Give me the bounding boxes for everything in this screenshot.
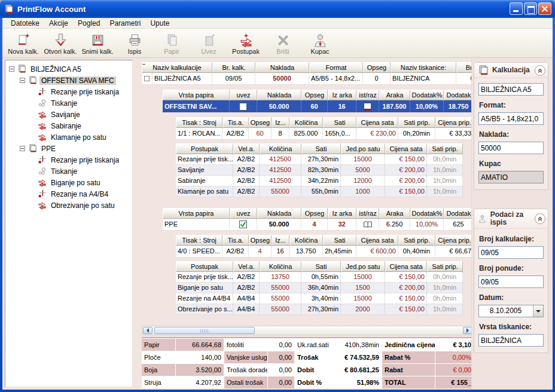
app-icon — [4, 4, 14, 14]
podaci-group: Podaci za ispis Broj kalkulacije: Broj p… — [474, 209, 548, 353]
cost-summary: Papir 66.664,68 fotoliti 0,00 Uk.rad.sat… — [142, 337, 474, 388]
tree-item-process[interactable]: Rezanje na A4/B4 — [5, 188, 132, 200]
process-row[interactable]: Obrezivanje po s... A4/B4 55000 27h,30mi… — [176, 304, 463, 315]
save-floppy-icon — [90, 33, 105, 48]
process-row[interactable]: Biganje po satu A2/B2 55000 36h,40min 15… — [176, 283, 463, 293]
column-header: Sati prip. — [427, 261, 463, 272]
print-button[interactable]: Ispis — [116, 30, 153, 56]
tree-collapse-icon[interactable] — [9, 66, 14, 72]
cell: 50000 — [255, 73, 309, 85]
button-label: Snimi kalk. — [81, 48, 113, 55]
tree-item-process[interactable]: Klamanje po satu — [5, 131, 132, 143]
menu-item[interactable]: Parametri — [105, 19, 145, 28]
naklada-field[interactable] — [478, 142, 544, 154]
tree-collapse-icon[interactable] — [20, 146, 25, 151]
menu-item[interactable]: Pogled — [73, 19, 105, 28]
summary-value: 4.207,92 — [176, 376, 224, 388]
tree-item-process[interactable]: Savijanje — [5, 109, 132, 120]
paper-row[interactable]: PPE 50.000 4 32 6.2 — [163, 219, 474, 231]
tree-item-process[interactable]: Rezanje prije tiskanja — [5, 154, 132, 166]
column-header: Sati — [323, 117, 356, 128]
process-button[interactable]: Postupak — [227, 30, 264, 56]
row-expander[interactable] — [142, 73, 153, 85]
column-header: Cijena sata — [385, 143, 427, 154]
summary-label: fotoliti — [224, 339, 267, 351]
tree-item-process[interactable]: Tiskanje — [5, 97, 132, 109]
binding-checkbox-checked[interactable] — [239, 220, 247, 228]
tree-item-process[interactable]: Tiskanje — [5, 166, 132, 177]
tree-item-process[interactable]: Biganje po satu — [5, 177, 132, 188]
maximize-button[interactable] — [524, 2, 537, 15]
save-calc-button[interactable]: Snimi kalk. — [79, 30, 116, 56]
process-row[interactable]: Rezanje prije tisk... A2/B2 412500 27h,3… — [176, 154, 463, 165]
cell: 412500 — [260, 154, 301, 165]
process-row[interactable]: Rezanje prije tisk... A2/B2 13750 0h,55m… — [176, 272, 463, 283]
column-header: Dodatak — [444, 90, 474, 100]
summary-value: € 0,00 — [435, 364, 474, 376]
tree-item-process[interactable]: Sabiranje — [5, 120, 132, 131]
menu-item[interactable]: Datoteke — [6, 19, 44, 28]
broj-kalkulacije-field[interactable] — [478, 246, 544, 259]
kupac-field[interactable] — [478, 171, 544, 183]
new-calc-button[interactable]: Nova kalk. — [5, 30, 42, 56]
tree-item-paper-group[interactable]: OFFSETNI SAVA MFC — [5, 75, 132, 86]
chevron-down-icon[interactable] — [533, 305, 543, 317]
collapse-chevron-button[interactable] — [535, 65, 545, 76]
window-title: PrintFlow Account — [17, 5, 86, 14]
tree-item-process[interactable]: Rezanje prije tiskanja — [5, 86, 132, 97]
press-row[interactable]: 1/1 : ROLAN... A2/B2 60 8 825.000 165h,0… — [176, 128, 474, 140]
menu-item[interactable]: Upute — [145, 19, 174, 28]
cell: 34h,22min — [301, 176, 341, 186]
column-header: Naklada — [255, 62, 309, 73]
cell: 0h,55min — [301, 272, 341, 283]
horizontal-scrollbar[interactable] — [142, 326, 474, 335]
process-row[interactable]: Rezanje na A4/B4 A4/B4 55000 3h,40min 15… — [176, 293, 463, 304]
press-row[interactable]: 4/0 : SPEED... A2/B2 4 16 13.750 2h,45mi… — [176, 246, 474, 258]
binding-checkbox[interactable] — [239, 103, 247, 111]
cell: € 200,00 — [385, 176, 427, 186]
close-button[interactable] — [538, 2, 551, 15]
press-header: Tisak : StrojTis.a.OpsegIz...KoličinaSat… — [176, 117, 474, 128]
tree-item-process[interactable]: Obrezivanje po satu — [5, 200, 132, 211]
process-row[interactable]: Klamanje po satu A2/B2 55000 55h,0min 10… — [176, 186, 463, 197]
column-header: Vel.a. — [233, 143, 260, 154]
kalkulacija-body: Format: Naklada: Kupac — [474, 78, 548, 189]
istraz-checkbox[interactable] — [364, 103, 371, 111]
open-calc-button[interactable]: Otvori kalk. — [42, 30, 79, 56]
process-table-2: PostupakVel.a.KoličinaSatiJed.po satuCij… — [176, 261, 463, 315]
tree-item-paper-group[interactable]: PPE — [5, 143, 132, 154]
menu-item[interactable]: Akcije — [44, 19, 73, 28]
cell — [356, 219, 379, 231]
calc-name-field[interactable] — [478, 83, 544, 96]
column-header: Postupak — [176, 143, 233, 154]
customer-button[interactable]: Kupac — [301, 30, 339, 56]
cell: A2/B2 — [233, 283, 260, 293]
process-row[interactable]: Savijanje A2/B2 412500 82h,30min 5000 € … — [176, 165, 463, 176]
vrsta-tiskanice-field[interactable] — [478, 334, 544, 347]
cell — [230, 100, 257, 112]
paper-row-selected[interactable]: OFFSETNI SAV... 50.000 60 16 187.500 10,… — [163, 100, 474, 112]
tree-collapse-icon[interactable] — [20, 78, 25, 83]
minimize-button[interactable] — [510, 2, 523, 15]
column-header: Sati — [323, 235, 356, 246]
column-header: Sati prip. — [398, 117, 435, 128]
column-header: Dodatak — [444, 208, 474, 219]
datum-dropdown[interactable]: 8.10.2005 — [478, 305, 544, 317]
cell: € 33,33 — [435, 128, 474, 140]
cell: € 600,00 — [356, 246, 398, 258]
cell: 27h,30min — [301, 304, 341, 315]
broj-ponude-field[interactable] — [478, 275, 544, 288]
scrollbar-thumb[interactable] — [154, 327, 255, 334]
cell: 55000 — [260, 186, 301, 197]
format-field[interactable] — [478, 112, 544, 125]
scroll-left-arrow[interactable] — [143, 327, 153, 334]
tree-item-root[interactable]: BILJEŽNICA A5 — [5, 63, 132, 75]
collapse-chevron-button[interactable] — [535, 213, 545, 224]
collapse-icon[interactable] — [144, 76, 150, 81]
master-row[interactable]: BILJEŽNICA A5 09/05 50000 A5/B5 - 14,8x2… — [142, 73, 474, 85]
delete-button: Briši — [264, 30, 301, 56]
cell: Rezanje prije tisk... — [176, 272, 233, 283]
process-row[interactable]: Sabiranje A2/B2 412500 34h,22min 12000 €… — [176, 176, 463, 186]
cell: € 150,00 — [385, 272, 427, 283]
process-header: PostupakVel.a.KoličinaSatiJed.po satuCij… — [176, 261, 463, 272]
